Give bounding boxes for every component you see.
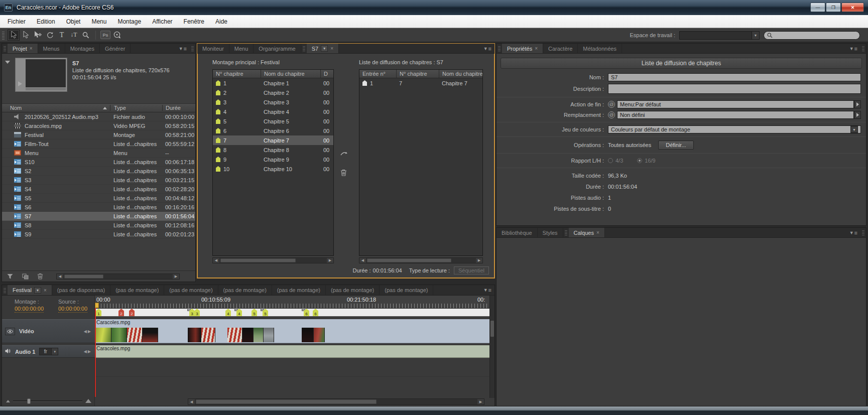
column-num-chapitre[interactable]: N° chapitre (213, 70, 261, 78)
timeline-tab[interactable]: (pas de diaporama) (52, 285, 110, 295)
scroll-right-icon[interactable]: ▶ (476, 258, 482, 263)
add-to-playlist-icon[interactable] (340, 150, 348, 158)
timeline-tab[interactable]: (pas de montage) (380, 285, 433, 295)
timeline-tab[interactable]: (pas de montage) (218, 285, 272, 295)
properties-tab[interactable]: Métadonnées (578, 44, 622, 53)
asset-row[interactable]: S2 Liste d...chapitres 00:06:35:13 (2, 167, 195, 176)
asset-row[interactable]: Caracoles.mpg Vidéo MPEG 00:58:20:15 (2, 121, 195, 130)
panel-menu-icon[interactable]: ▼≡ (480, 285, 494, 295)
column-nom-chapitre[interactable]: Nom du chapitre (261, 70, 320, 78)
close-icon[interactable]: × (44, 288, 47, 293)
scroll-right-icon[interactable]: ▶ (477, 399, 484, 404)
tab-dropdown-icon[interactable]: ▼ (321, 45, 328, 52)
override-flyout-button[interactable] (854, 111, 861, 119)
montage-tab[interactable]: Menu (229, 44, 254, 53)
panel-grip[interactable] (862, 230, 864, 235)
chapter-row[interactable]: 7 Chapitre 7 00 (213, 135, 333, 145)
close-button[interactable]: ✕ (841, 3, 864, 12)
asset-row[interactable]: Fillm-Tout Liste d...chapitres 00:55:59:… (2, 140, 195, 149)
tab-festival[interactable]: Festival ▼ × (8, 285, 52, 295)
menu-item[interactable]: Fichier (2, 16, 31, 27)
panel-menu-icon[interactable]: ▼≡ (480, 44, 494, 53)
rotate-tool-icon[interactable] (44, 30, 56, 41)
chapter-row[interactable]: 3 Chapitre 3 00 (213, 97, 333, 107)
filter-funnel-icon[interactable] (6, 273, 14, 280)
panel-grip[interactable] (191, 46, 194, 51)
chapter-marker-strip[interactable] (95, 308, 489, 317)
library-tab[interactable]: Styles (538, 228, 563, 237)
playhead[interactable] (95, 308, 96, 397)
column-type[interactable]: Type (110, 105, 162, 111)
end-action-flyout-button[interactable] (854, 100, 861, 108)
chapter-row[interactable]: 9 Chapitre 9 00 (213, 155, 333, 164)
playlist-hscrollbar[interactable]: ◀ ▶ (359, 257, 483, 263)
chapter-row[interactable]: 6 Chapitre 6 00 (213, 126, 333, 135)
track-chevrons-icon[interactable]: ◀▶ (84, 349, 92, 354)
column-nom[interactable]: Nom du chapitre (439, 70, 482, 78)
panel-menu-icon[interactable]: ▼≡ (846, 228, 860, 237)
timeline-tab[interactable]: (pas de montage) (110, 285, 164, 295)
asset-row[interactable]: S7 Liste d...chapitres 00:01:56:04 (2, 212, 195, 221)
video-track[interactable]: Caracoles.mpg (95, 319, 489, 343)
vertical-text-tool-icon[interactable]: ↓T (68, 30, 80, 41)
timeline-tab[interactable]: (pas de montage) (164, 285, 218, 295)
montage-tab[interactable]: Moniteur (197, 44, 229, 53)
project-tab[interactable]: Menus (38, 44, 65, 53)
scroll-left-icon[interactable]: ◀ (188, 399, 195, 404)
trash-icon[interactable] (340, 169, 347, 177)
aspect-ratio-option[interactable]: 4/3 (608, 158, 623, 164)
menu-item[interactable]: Montage (112, 16, 147, 27)
maximize-button[interactable]: ❐ (826, 3, 841, 12)
tab-proprietes[interactable]: Propriétés × (502, 44, 543, 53)
audio-language-dropdown[interactable]: fr ▼ (39, 348, 58, 355)
timeline-ruler[interactable]: 00:0000:10:55:0900:21:50:1800: (95, 296, 489, 308)
close-icon[interactable]: × (596, 230, 599, 235)
trash-icon[interactable] (36, 273, 44, 280)
tab-dropdown-icon[interactable]: ▼ (34, 287, 41, 294)
scroll-left-icon[interactable]: ◀ (359, 258, 366, 263)
scroll-left-icon[interactable]: ◀ (57, 274, 63, 279)
disclosure-triangle-icon[interactable] (5, 61, 10, 64)
end-action-field[interactable]: Menu:Par défaut (617, 100, 854, 108)
column-num[interactable]: N° chapitre (396, 70, 439, 78)
timeline-vscrollbar[interactable] (489, 296, 494, 398)
project-tab[interactable]: Montages (65, 44, 100, 53)
menu-item[interactable]: Objet (61, 16, 86, 27)
asset-row[interactable]: S9 Liste d...chapitres 00:02:01:23 (2, 230, 195, 239)
override-field[interactable]: Non défini (617, 111, 854, 119)
properties-tab[interactable]: Caractère (543, 44, 578, 53)
project-tab[interactable]: Générer (100, 44, 131, 53)
chapter-row[interactable]: 10 Chapitre 10 00 (213, 164, 333, 174)
zoom-slider-thumb[interactable] (27, 398, 31, 404)
asset-row[interactable]: S8 Liste d...chapitres 00:12:08:16 (2, 221, 195, 230)
text-tool-icon[interactable]: T (56, 30, 68, 41)
zoom-slider[interactable] (13, 400, 82, 402)
source-timecode-value[interactable]: 00:00:00:00 (58, 305, 87, 313)
playhead-head[interactable] (95, 303, 99, 308)
audio-track[interactable]: Caracoles.mpg (95, 345, 489, 358)
panel-grip[interactable] (862, 46, 864, 51)
asset-row[interactable]: S10 Liste d...chapitres 00:06:17:18 (2, 158, 195, 167)
move-tool-icon[interactable] (32, 30, 44, 41)
tab-projet[interactable]: Projet × (8, 44, 38, 53)
menu-item[interactable]: Afficher (147, 16, 178, 27)
close-icon[interactable]: × (330, 46, 333, 51)
edit-in-photoshop-button[interactable]: Ps (99, 30, 111, 41)
chapter-row[interactable]: 8 Chapitre 8 00 (213, 145, 333, 155)
toolbar-grip[interactable] (2, 31, 5, 40)
column-entree[interactable]: Entrée n° (359, 70, 396, 78)
panel-grip[interactable] (565, 230, 567, 235)
selection-tool-icon[interactable] (8, 30, 20, 41)
tab-calques[interactable]: Calques × (569, 228, 605, 237)
zoom-out-icon[interactable] (6, 400, 10, 402)
direct-select-tool-icon[interactable] (20, 30, 32, 41)
asset-row[interactable]: Festival Montage 00:58:21:00 (2, 130, 195, 140)
build-disc-icon[interactable] (111, 30, 123, 41)
asset-row[interactable]: S3 Liste d...chapitres 00:03:21:15 (2, 176, 195, 185)
panel-grip[interactable] (4, 287, 6, 293)
chapter-row[interactable]: 5 Chapitre 5 00 (213, 116, 333, 126)
asset-row[interactable]: S4 Liste d...chapitres 00:02:28:20 (2, 185, 195, 194)
timeline-tab[interactable]: (pas de montage) (272, 285, 326, 295)
chapter-row[interactable]: 2 Chapitre 2 00 (213, 88, 333, 97)
pickwhip-icon[interactable]: @ (608, 111, 615, 118)
